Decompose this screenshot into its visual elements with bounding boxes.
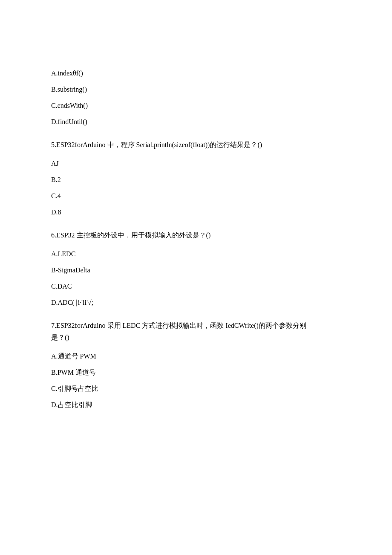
q5-option-c: C.4	[51, 191, 341, 201]
question-6-options: A.LEDC B-SigmaDelta C.DAC D.ADC(∣i·'ii'√…	[51, 249, 341, 308]
question-5: 5.ESP32forArduino 中，程序 Serial.println(si…	[51, 140, 341, 150]
q5-option-a: AJ	[51, 159, 341, 169]
q6-option-c: C.DAC	[51, 281, 341, 292]
q7-option-b: B.PWM 通道号	[51, 367, 341, 378]
q6-option-d: D.ADC(∣i·'ii'√;	[51, 298, 341, 308]
q7-option-c: C.引脚号占空比	[51, 384, 341, 394]
q7-option-d: D.占空比引脚	[51, 400, 341, 410]
question-7-options: A.通道号 PWM B.PWM 通道号 C.引脚号占空比 D.占空比引脚	[51, 351, 341, 410]
question-5-options: AJ B.2 C.4 D.8	[51, 159, 341, 217]
question-7: 7.ESP32forArduino 采用 LEDC 方式进行模拟输出时，函数 I…	[51, 321, 341, 343]
question-6: 6.ESP32 主控板的外设中，用于模拟输入的外设是？()	[51, 230, 341, 240]
q4-option-a: A.indexθf()	[51, 68, 341, 78]
q6-option-a: A.LEDC	[51, 249, 341, 259]
q5-option-b: B.2	[51, 175, 341, 185]
q7-text-line2: 是？()	[51, 332, 341, 343]
q6-option-b: B-SigmaDelta	[51, 265, 341, 275]
q4-option-b: B.substring()	[51, 84, 341, 95]
q4-option-c: C.endsWith()	[51, 101, 341, 111]
q4-option-d: D.findUntil()	[51, 117, 341, 127]
q7-option-a: A.通道号 PWM	[51, 351, 341, 361]
q5-option-d: D.8	[51, 207, 341, 217]
question-4-options: A.indexθf() B.substring() C.endsWith() D…	[51, 68, 341, 127]
q7-text-line1: 7.ESP32forArduino 采用 LEDC 方式进行模拟输出时，函数 I…	[51, 321, 341, 331]
